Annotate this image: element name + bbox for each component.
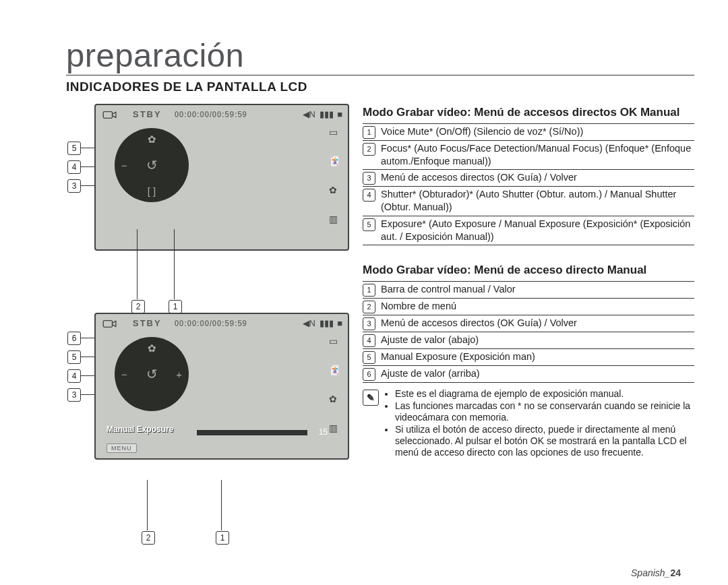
notes-box: ✎ Este es el diagrama de ejemplo de expo… [363,388,694,459]
subhead-2: Modo Grabar vídeo: Menú de acceso direct… [363,263,694,278]
card-icon: ■ [337,109,342,119]
wheel-right-icon: + [176,369,182,380]
item-text: Manual Exposure (Exposición man) [381,350,535,363]
item-text: Nombre de menú [381,300,456,313]
status-text: STBY [133,109,168,119]
grid-icon: ▥ [329,423,342,433]
note-item: Si utiliza el botón de acceso directo, p… [395,424,694,458]
item-text: Shutter* (Obturador)* (Auto Shutter (Obt… [381,188,694,214]
list-1: 1Voice Mute* (On/Off) (Silencio de voz* … [363,124,694,245]
item-text: Focus* (Auto Focus/Face Detection/Manual… [381,142,694,168]
wheel-center-icon: ↺ [146,157,158,173]
camera-icon [102,318,117,329]
value-bar [197,430,307,435]
card-icon: ■ [337,318,342,328]
callout-6: 6 [67,332,81,345]
note-item: Las funciones marcadas con * no se conse… [395,400,694,423]
lcd-diagram-1: 5 4 3 STBY 00:00:00/00:59:59 ◀N ▮▮▮ [67,104,357,279]
item-badge: 2 [363,301,375,313]
note-icon: ✎ [363,390,379,406]
item-badge: 1 [363,126,375,139]
item-text: Menú de accesos directos (OK Guía) / Vol… [381,171,577,184]
item-badge: 3 [363,317,375,330]
manual-exposure-label: Manual Exposure [107,425,173,434]
callout-5: 5 [67,142,81,155]
callout-2: 2 [142,531,155,545]
time-counter: 00:00:00/00:59:59 [175,110,247,119]
subhead-1: Modo Grabar vídeo: Menú de accesos direc… [363,105,694,120]
wheel-left-icon: − [121,160,127,171]
page-title: preparación [66,39,694,75]
item-text: Menú de accesos directos (OK Guía) / Vol… [381,317,577,330]
flower-icon: ✿ [329,394,342,404]
wheel-center-icon: ↺ [146,366,158,382]
battery-icon: ▮▮▮ [320,109,334,119]
item-badge: 6 [363,368,375,381]
section-title: INDICADORES DE LA PANTALLA LCD [66,80,694,94]
lcd-diagram-2: 6 5 4 3 STBY 00:00:00/00:59:59 [67,313,357,501]
sound-icon: ◀N [303,318,315,328]
callout-1: 1 [216,531,229,545]
status-icons: ◀N ▮▮▮ ■ [301,318,343,328]
right-column: Modo Grabar vídeo: Menú de accesos direc… [357,94,694,510]
card-icon: 🃏 [329,156,342,166]
status-text: STBY [133,318,168,328]
item-badge: 4 [363,189,375,202]
callout-3: 3 [67,388,81,402]
status-icons: ◀N ▮▮▮ ■ [301,109,343,119]
time-counter: 00:00:00/00:59:59 [175,319,247,328]
callout-5: 5 [67,350,81,364]
left-column: 5 4 3 STBY 00:00:00/00:59:59 ◀N ▮▮▮ [34,94,357,510]
item-text: Voice Mute* (On/Off) (Silencio de voz* (… [381,125,583,138]
value-number: 15 [319,427,328,437]
card-icon: 🃏 [329,365,342,375]
item-text: Ajuste de valor (abajo) [381,334,479,346]
wheel-down-icon: [ ] [148,185,156,197]
right-icon-column: ▭ 🃏 ✿ ▥ [329,336,342,433]
svg-rect-0 [103,112,112,119]
camera-icon [102,109,117,120]
page-number: Spanish_24 [631,567,681,578]
wheel-up-icon: ✿ [148,342,156,355]
svg-rect-1 [103,321,112,328]
exposure-icon: ▭ [329,336,342,346]
item-text: Exposure* (Auto Exposure / Manual Exposu… [381,218,694,243]
item-badge: 5 [363,218,375,231]
menu-button: MENU [107,443,137,453]
flower-icon: ✿ [329,185,342,195]
control-wheel: ✿ [ ] − ↺ [115,128,189,202]
item-badge: 5 [363,351,375,364]
sound-icon: ◀N [303,109,315,119]
wheel-left-icon: − [121,369,127,380]
right-icon-column: ▭ 🃏 ✿ ▥ [329,127,342,224]
grid-icon: ▥ [329,214,342,224]
item-text: Ajuste de valor (arriba) [381,367,480,380]
wheel-up-icon: ✿ [148,133,156,146]
callout-2: 2 [131,300,145,313]
callout-3: 3 [67,179,81,193]
battery-icon: ▮▮▮ [320,318,334,328]
item-badge: 4 [363,334,375,347]
item-badge: 1 [363,284,375,297]
control-wheel: ✿ − + ↺ [115,337,189,411]
callout-1: 1 [169,300,182,313]
exposure-icon: ▭ [329,127,342,137]
item-text: Barra de control manual / Valor [381,283,516,296]
list-2: 1Barra de control manual / Valor 2Nombre… [363,282,694,383]
item-badge: 2 [363,143,375,156]
callout-4: 4 [67,160,81,174]
note-item: Este es el diagrama de ejemplo de exposi… [395,388,694,400]
item-badge: 3 [363,172,375,185]
callout-4: 4 [67,369,81,383]
